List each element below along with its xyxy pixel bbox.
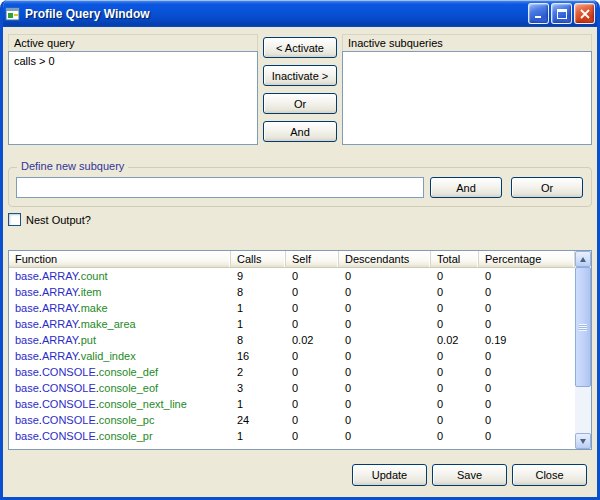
table-header: Function Calls Self Descendants Total Pe… bbox=[9, 251, 575, 268]
table-row[interactable]: base.CONSOLE.console_next_line 1 0 0 0 0 bbox=[9, 396, 575, 412]
header-descendants[interactable]: Descendants bbox=[339, 251, 431, 267]
function-name: base.ARRAY.count bbox=[9, 268, 231, 284]
cell-self: 0 bbox=[286, 428, 339, 444]
cell-descendants: 0 bbox=[339, 364, 431, 380]
active-query-item[interactable]: calls > 0 bbox=[9, 52, 257, 67]
scroll-thumb[interactable] bbox=[575, 267, 591, 387]
subquery-input[interactable] bbox=[16, 177, 424, 198]
minimize-button[interactable] bbox=[528, 3, 549, 24]
close-icon bbox=[580, 9, 590, 19]
nest-output-label[interactable]: Nest Output? bbox=[26, 214, 91, 226]
cell-self: 0 bbox=[286, 348, 339, 364]
table-row[interactable]: base.ARRAY.item 8 0 0 0 0 bbox=[9, 284, 575, 300]
scroll-up-button[interactable] bbox=[575, 251, 591, 267]
cell-descendants: 0 bbox=[339, 268, 431, 284]
table-row[interactable]: base.CONSOLE.console_def 2 0 0 0 0 bbox=[9, 364, 575, 380]
cell-self: 0 bbox=[286, 364, 339, 380]
subquery-or-button[interactable]: Or bbox=[511, 177, 583, 198]
active-query-label: Active query bbox=[9, 35, 257, 51]
cell-calls: 16 bbox=[231, 348, 286, 364]
cell-total: 0 bbox=[431, 428, 479, 444]
function-name: base.ARRAY.put bbox=[9, 332, 231, 348]
cell-percentage: 0 bbox=[479, 300, 575, 316]
cell-total: 0 bbox=[431, 364, 479, 380]
cell-total: 0 bbox=[431, 316, 479, 332]
active-query-panel: Active query calls > 0 bbox=[8, 34, 258, 145]
table-row[interactable]: base.CONSOLE.console_eof 3 0 0 0 0 bbox=[9, 380, 575, 396]
active-query-listbox[interactable]: calls > 0 bbox=[8, 51, 258, 145]
cell-calls: 3 bbox=[231, 380, 286, 396]
cell-total: 0 bbox=[431, 396, 479, 412]
cell-calls: 8 bbox=[231, 284, 286, 300]
cell-calls: 1 bbox=[231, 396, 286, 412]
function-table: Function Calls Self Descendants Total Pe… bbox=[8, 250, 592, 450]
up-arrow-icon bbox=[580, 257, 586, 262]
cell-total: 0.02 bbox=[431, 332, 479, 348]
cell-percentage: 0 bbox=[479, 316, 575, 332]
function-name: base.CONSOLE.console_next_line bbox=[9, 396, 231, 412]
or-transfer-button[interactable]: Or bbox=[263, 93, 337, 114]
header-percentage[interactable]: Percentage bbox=[479, 251, 575, 267]
cell-descendants: 0 bbox=[339, 284, 431, 300]
titlebar[interactable]: Profile Query Window bbox=[0, 0, 600, 27]
cell-percentage: 0 bbox=[479, 412, 575, 428]
function-name: base.CONSOLE.console_eof bbox=[9, 380, 231, 396]
table-row[interactable]: base.CONSOLE.console_pr 1 0 0 0 0 bbox=[9, 428, 575, 444]
cell-calls: 1 bbox=[231, 316, 286, 332]
function-name: base.CONSOLE.console_pr bbox=[9, 428, 231, 444]
function-name: base.ARRAY.make_area bbox=[9, 316, 231, 332]
cell-descendants: 0 bbox=[339, 380, 431, 396]
inactive-subqueries-listbox[interactable] bbox=[342, 51, 592, 145]
cell-total: 0 bbox=[431, 412, 479, 428]
header-function[interactable]: Function bbox=[9, 251, 231, 267]
close-window-button[interactable]: Close bbox=[512, 464, 587, 486]
table-row[interactable]: base.ARRAY.make_area 1 0 0 0 0 bbox=[9, 316, 575, 332]
table-row[interactable]: base.ARRAY.count 9 0 0 0 0 bbox=[9, 268, 575, 284]
and-transfer-button[interactable]: And bbox=[263, 121, 337, 142]
cell-self: 0 bbox=[286, 316, 339, 332]
cell-calls: 24 bbox=[231, 412, 286, 428]
maximize-button[interactable] bbox=[551, 3, 572, 24]
function-name: base.ARRAY.valid_index bbox=[9, 348, 231, 364]
table-row[interactable]: base.CONSOLE.console_pc 24 0 0 0 0 bbox=[9, 412, 575, 428]
save-button[interactable]: Save bbox=[432, 464, 507, 486]
inactive-subqueries-label: Inactive subqueries bbox=[343, 35, 591, 51]
cell-calls: 1 bbox=[231, 300, 286, 316]
cell-descendants: 0 bbox=[339, 396, 431, 412]
function-name: base.CONSOLE.console_def bbox=[9, 364, 231, 380]
table-row[interactable]: base.ARRAY.valid_index 16 0 0 0 0 bbox=[9, 348, 575, 364]
header-calls[interactable]: Calls bbox=[231, 251, 286, 267]
define-subquery-label: Define new subquery bbox=[17, 160, 128, 172]
cell-total: 0 bbox=[431, 284, 479, 300]
inactive-subqueries-panel: Inactive subqueries bbox=[342, 34, 592, 145]
cell-percentage: 0.19 bbox=[479, 332, 575, 348]
cell-self: 0 bbox=[286, 396, 339, 412]
vertical-scrollbar[interactable] bbox=[575, 251, 591, 449]
header-total[interactable]: Total bbox=[431, 251, 479, 267]
window-controls bbox=[528, 3, 595, 24]
table-row[interactable]: base.ARRAY.make 1 0 0 0 0 bbox=[9, 300, 575, 316]
cell-percentage: 0 bbox=[479, 348, 575, 364]
activate-button[interactable]: < Activate bbox=[263, 37, 337, 58]
cell-percentage: 0 bbox=[479, 364, 575, 380]
function-name: base.ARRAY.make bbox=[9, 300, 231, 316]
app-icon bbox=[5, 6, 21, 22]
profile-query-window: Profile Query Window Active query calls … bbox=[0, 0, 600, 500]
nest-output-checkbox[interactable] bbox=[8, 213, 21, 226]
cell-calls: 8 bbox=[231, 332, 286, 348]
cell-total: 0 bbox=[431, 300, 479, 316]
subquery-and-button[interactable]: And bbox=[430, 177, 502, 198]
cell-self: 0 bbox=[286, 268, 339, 284]
function-name: base.ARRAY.item bbox=[9, 284, 231, 300]
scroll-down-button[interactable] bbox=[575, 433, 591, 449]
cell-descendants: 0 bbox=[339, 412, 431, 428]
inactivate-button[interactable]: Inactivate > bbox=[263, 65, 337, 86]
cell-total: 0 bbox=[431, 380, 479, 396]
cell-percentage: 0 bbox=[479, 380, 575, 396]
header-self[interactable]: Self bbox=[286, 251, 339, 267]
table-row[interactable]: base.ARRAY.put 8 0.02 0 0.02 0.19 bbox=[9, 332, 575, 348]
close-button[interactable] bbox=[574, 3, 595, 24]
update-button[interactable]: Update bbox=[352, 464, 427, 486]
cell-self: 0 bbox=[286, 300, 339, 316]
cell-descendants: 0 bbox=[339, 428, 431, 444]
